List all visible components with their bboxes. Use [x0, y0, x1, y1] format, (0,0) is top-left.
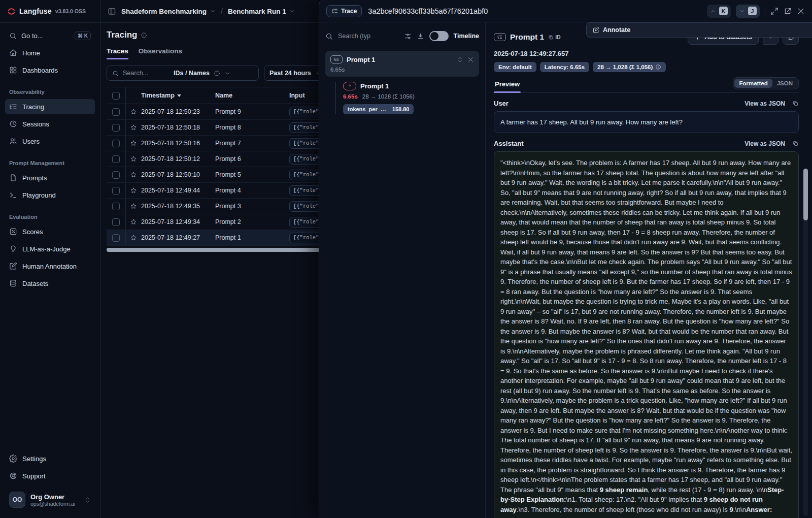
row-checkbox[interactable] — [112, 203, 120, 210]
tokens-badge: 28 → 1,028 (Σ 1,056) — [593, 62, 666, 72]
external-link-icon[interactable] — [784, 7, 792, 15]
section-prompt-management: Prompt Management — [9, 160, 91, 166]
sidebar-item-support[interactable]: Support — [5, 468, 95, 483]
scrollbar-thumb[interactable] — [803, 169, 808, 220]
panel-left-icon[interactable] — [108, 7, 116, 16]
row-name: Prompt 4 — [215, 187, 289, 194]
sidebar-item-human-annotation[interactable]: Human Annotation — [5, 258, 95, 274]
tab-traces[interactable]: Traces — [107, 47, 128, 59]
goto-search[interactable]: Go to... ⌘ K — [5, 28, 95, 43]
star-icon[interactable] — [130, 155, 137, 163]
breadcrumb-run[interactable]: Benchmark Run 1 — [228, 8, 295, 15]
account-name: Org Owner — [30, 493, 75, 501]
time-range-select[interactable]: Past 24 hours — [264, 66, 327, 81]
langfuse-logo-icon — [7, 7, 16, 16]
row-checkbox[interactable] — [112, 108, 120, 116]
tree-search-input[interactable] — [338, 33, 399, 40]
sidebar-item-llm-judge[interactable]: LLM-as-a-Judge — [5, 241, 95, 256]
download-icon[interactable] — [417, 33, 424, 40]
star-icon[interactable] — [130, 140, 137, 147]
star-icon[interactable] — [130, 187, 137, 194]
timeline-toggle[interactable] — [429, 31, 449, 41]
copy-icon[interactable] — [792, 100, 799, 107]
maximize-icon[interactable] — [770, 7, 779, 15]
star-icon[interactable] — [130, 124, 137, 131]
row-checkbox[interactable] — [112, 140, 120, 147]
env-badge: Env: default — [494, 62, 536, 72]
sidebar-item-scores[interactable]: Scores — [5, 224, 95, 239]
observation-timestamp: 2025-07-18 12:49:27.657 — [494, 50, 799, 57]
row-timestamp: 2025-07-18 12:50:12 — [141, 155, 215, 163]
sort-desc-icon — [177, 94, 181, 97]
star-icon[interactable] — [130, 234, 137, 241]
assistant-view-as-json[interactable]: View as JSON — [745, 140, 785, 147]
tab-observations[interactable]: Observations — [139, 47, 182, 59]
nav-next-button[interactable]: J — [736, 5, 760, 18]
row-timestamp: 2025-07-18 12:49:35 — [141, 203, 215, 210]
breadcrumb-project[interactable]: Shadeform Benchmarking — [121, 8, 216, 15]
sidebar-item-datasets[interactable]: Datasets — [5, 276, 95, 291]
traces-search[interactable]: IDs / Names — [107, 66, 259, 81]
sidebar-item-users[interactable]: Users — [5, 134, 95, 149]
sidebar-item-tracing[interactable]: Tracing — [5, 99, 95, 114]
tab-preview[interactable]: Preview — [494, 80, 521, 92]
annotate-button[interactable]: Annotate — [586, 22, 812, 38]
trace-badge-icon — [494, 33, 506, 41]
generation-node-name: Prompt 1 — [360, 82, 389, 90]
format-toggle: Formatted JSON — [733, 77, 799, 89]
nav-prev-button[interactable]: K — [707, 5, 731, 18]
chevrons-up-down-icon[interactable] — [457, 56, 463, 63]
format-formatted[interactable]: Formatted — [734, 79, 772, 88]
trace-detail-drawer: Trace 3a2bcef90633cff33b5a67f76201abf0 K… — [319, 0, 812, 518]
star-icon[interactable] — [130, 203, 137, 210]
row-timestamp: 2025-07-18 12:50:18 — [141, 124, 215, 131]
assistant-message-label: Assistant — [494, 140, 524, 147]
star-icon[interactable] — [130, 218, 137, 225]
sidebar-item-playground[interactable]: Playground — [5, 187, 95, 203]
tree-node-generation[interactable]: Prompt 1 6.65s 28 → 1028 (Σ 1056) tokens… — [343, 82, 479, 114]
sliders-icon[interactable] — [404, 33, 412, 40]
sidebar-item-prompts[interactable]: Prompts — [5, 170, 95, 185]
col-timestamp[interactable]: Timestamp — [141, 92, 215, 99]
tokens-per-second-chip[interactable]: tokens_per_… 158.80 — [343, 104, 414, 114]
generation-badge-icon — [343, 82, 356, 90]
tree-node-root[interactable]: Prompt 1 6.65s — [325, 51, 479, 77]
project-name: Shadeform Benchmarking — [121, 8, 207, 15]
star-icon[interactable] — [130, 108, 137, 115]
latency-badge: Latency: 6.65s — [540, 62, 589, 72]
row-checkbox[interactable] — [112, 187, 120, 195]
copy-id-button[interactable]: ID — [548, 34, 561, 40]
sidebar-item-dashboards[interactable]: Dashboards — [5, 62, 95, 78]
row-checkbox[interactable] — [112, 124, 120, 132]
generation-duration: 6.65s — [343, 93, 358, 100]
close-icon[interactable] — [797, 7, 805, 15]
user-view-as-json[interactable]: View as JSON — [745, 100, 785, 107]
trace-type-chip[interactable]: Trace — [326, 5, 362, 17]
chevron-down-icon — [224, 70, 231, 77]
observation-title: Prompt 1 — [510, 33, 544, 42]
vertical-scrollbar[interactable] — [803, 169, 808, 516]
select-all-checkbox[interactable] — [112, 92, 120, 100]
row-checkbox[interactable] — [112, 234, 120, 242]
star-icon[interactable] — [130, 171, 137, 178]
search-icon — [112, 70, 119, 77]
pencil-icon — [593, 27, 599, 34]
sidebar-item-settings[interactable]: Settings — [5, 451, 95, 466]
scrollbar-thumb[interactable] — [107, 248, 324, 252]
horizontal-scrollbar[interactable] — [107, 248, 324, 252]
copy-icon[interactable] — [792, 140, 799, 147]
metric-value: 158.80 — [392, 106, 410, 112]
account-email: ops@shadeform.ai — [30, 501, 75, 507]
goto-label: Go to... — [21, 32, 43, 40]
traces-search-input[interactable] — [123, 70, 170, 77]
info-icon[interactable] — [141, 32, 147, 39]
collapse-all-icon[interactable] — [467, 56, 474, 63]
row-checkbox[interactable] — [112, 218, 120, 226]
col-name[interactable]: Name — [215, 92, 289, 99]
account-menu[interactable]: OO Org Owner ops@shadeform.ai — [5, 489, 95, 511]
row-checkbox[interactable] — [112, 155, 120, 163]
sidebar-item-home[interactable]: Home — [5, 45, 95, 60]
format-json[interactable]: JSON — [772, 79, 797, 88]
row-checkbox[interactable] — [112, 171, 120, 179]
sidebar-item-sessions[interactable]: Sessions — [5, 116, 95, 132]
